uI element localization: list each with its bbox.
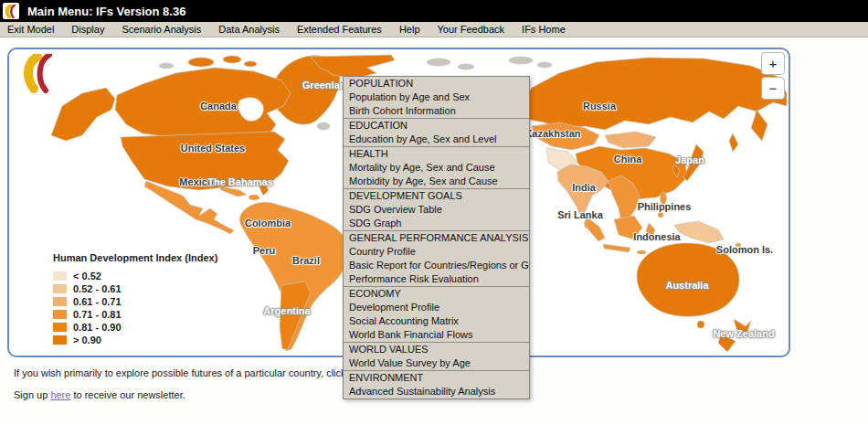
menu-item-world-bank-financial-flows[interactable]: World Bank Financial Flows bbox=[344, 328, 529, 342]
country-papua-new-guinea[interactable] bbox=[674, 221, 724, 243]
menu-section-development-goals: DEVELOPMENT GOALS bbox=[344, 189, 529, 203]
menu-item-development-profile[interactable]: Development Profile bbox=[344, 301, 529, 314]
country-solomon-1[interactable] bbox=[736, 243, 741, 247]
menu-item-sdg-overview-table[interactable]: SDG Overview Table bbox=[344, 203, 529, 217]
zoom-out-button[interactable]: − bbox=[761, 77, 785, 100]
menubar-item-scenario-analysis[interactable]: Scenario Analysis bbox=[122, 24, 201, 35]
country-canada-island-2[interactable] bbox=[223, 56, 241, 63]
menu-item-world-value-survey-by-age[interactable]: World Value Survey by Age bbox=[344, 356, 529, 370]
menu-section-general-performance-analysis: GENERAL PERFORMANCE ANALYSIS bbox=[344, 231, 529, 245]
menu-item-basic-report-for-countries-regions-or-groupings[interactable]: Basic Report for Countries/Regions or Gr… bbox=[344, 259, 529, 272]
zoom-in-button[interactable]: + bbox=[761, 52, 785, 75]
menu-item-birth-cohort-information[interactable]: Birth Cohort Information bbox=[344, 104, 529, 118]
country-indonesia-borneo[interactable] bbox=[614, 216, 642, 239]
newsletter-prefix: Sign up bbox=[14, 389, 50, 400]
menu-item-performance-risk-evaluation[interactable]: Performance Risk Evaluation bbox=[344, 272, 529, 286]
menu-section-health: HEALTH bbox=[344, 147, 529, 161]
country-australia[interactable] bbox=[637, 243, 739, 316]
newsletter-suffix: to receive our newsletter. bbox=[70, 389, 185, 400]
legend-swatch bbox=[53, 335, 67, 345]
legend-swatch bbox=[53, 284, 67, 293]
menubar-item-your-feedback[interactable]: Your Feedback bbox=[438, 24, 505, 35]
menubar-item-extended-features[interactable]: Extended Features bbox=[297, 24, 382, 35]
legend-row-0-71-0-81: 0.71 - 0.81 bbox=[53, 308, 217, 321]
menu-item-sdg-graph[interactable]: SDG Graph bbox=[344, 217, 529, 230]
menu-section-world-values: WORLD VALUES bbox=[344, 343, 529, 356]
newsletter-line: Sign up here to receive our newsletter. bbox=[14, 389, 185, 400]
country-russia[interactable] bbox=[519, 58, 787, 130]
legend-row-0-52-0-61: 0.52 - 0.61 bbox=[53, 282, 217, 295]
country-canada-alaska[interactable] bbox=[51, 88, 115, 141]
menubar-item-ifs-home[interactable]: IFs Home bbox=[522, 24, 566, 35]
menu-section-population: POPULATION bbox=[344, 77, 529, 90]
window-title: Main Menu: IFs Version 8.36 bbox=[27, 5, 185, 18]
country-russia-sakhalin[interactable] bbox=[729, 133, 738, 152]
ifs-map-logo bbox=[22, 54, 57, 94]
menu-item-country-profile[interactable]: Country Profile bbox=[344, 245, 529, 259]
legend-row-0-81-0-90: 0.81 - 0.90 bbox=[53, 321, 217, 334]
country-indonesia-java[interactable] bbox=[603, 244, 630, 252]
legend-swatch bbox=[53, 271, 67, 281]
country-philippines-1[interactable] bbox=[661, 192, 667, 205]
map-zoom-controls: + − bbox=[761, 52, 785, 100]
legend-label: 0.81 - 0.90 bbox=[73, 322, 122, 333]
legend-swatch bbox=[53, 323, 67, 332]
menu-bar: Exit ModelDisplayScenario AnalysisData A… bbox=[0, 22, 868, 37]
menu-item-advanced-sustainability-analysis[interactable]: Advanced Sustainability Analysis bbox=[344, 385, 529, 398]
country-philippines-2[interactable] bbox=[665, 205, 670, 212]
country-context-menu: POPULATIONPopulation by Age and SexBirth… bbox=[343, 76, 530, 399]
menubar-item-display[interactable]: Display bbox=[71, 24, 104, 35]
legend-swatch bbox=[53, 297, 67, 306]
menu-item-mortality-by-age-sex-and-cause[interactable]: Mortality by Age, Sex and Cause bbox=[344, 161, 529, 175]
legend-label: < 0.52 bbox=[73, 271, 101, 282]
menu-item-education-by-age-sex-and-level[interactable]: Education by Age, Sex and Level bbox=[344, 133, 529, 146]
country-indonesia-lesser-sunda[interactable] bbox=[637, 250, 646, 254]
country-russia-kamchatka[interactable] bbox=[751, 110, 767, 141]
main-menu-window: Main Menu: IFs Version 8.36 Exit ModelDi… bbox=[0, 0, 868, 425]
legend-swatch bbox=[53, 310, 67, 319]
country-canada-island-3[interactable] bbox=[244, 61, 257, 67]
legend-row-0-52: < 0.52 bbox=[53, 270, 217, 282]
country-new-zealand-south[interactable] bbox=[718, 335, 736, 352]
menu-section-economy: ECONOMY bbox=[344, 287, 529, 301]
country-hispaniola[interactable] bbox=[249, 195, 259, 200]
menu-item-morbidity-by-age-sex-and-cause[interactable]: Morbidity by Age, Sex and Cause bbox=[344, 175, 529, 188]
menubar-item-help[interactable]: Help bbox=[399, 24, 420, 35]
legend-row-0-61-0-71: 0.61 - 0.71 bbox=[53, 295, 217, 308]
menu-item-population-by-age-and-sex[interactable]: Population by Age and Sex bbox=[344, 90, 529, 104]
country-india[interactable] bbox=[557, 165, 609, 219]
country-indonesia-sumatra[interactable] bbox=[585, 216, 605, 241]
country-cuba[interactable] bbox=[219, 186, 247, 197]
country-mongolia[interactable] bbox=[605, 132, 656, 148]
menubar-item-data-analysis[interactable]: Data Analysis bbox=[218, 24, 280, 35]
country-japan[interactable] bbox=[683, 144, 704, 181]
country-bahamas[interactable] bbox=[241, 181, 246, 185]
ifs-logo-icon bbox=[3, 3, 19, 19]
legend-title: Human Development Index (Index) bbox=[53, 252, 217, 263]
legend-label: 0.71 - 0.81 bbox=[73, 309, 122, 320]
legend-row-0-90: > 0.90 bbox=[53, 334, 217, 346]
legend-label: > 0.90 bbox=[73, 335, 101, 345]
menu-item-social-accounting-matrix[interactable]: Social Accounting Matrix bbox=[344, 314, 529, 328]
legend-label: 0.61 - 0.71 bbox=[73, 296, 122, 307]
country-canada[interactable] bbox=[115, 68, 291, 139]
legend-label: 0.52 - 0.61 bbox=[73, 283, 122, 294]
menu-section-education: EDUCATION bbox=[344, 119, 529, 133]
menu-section-environment: ENVIRONMENT bbox=[344, 371, 529, 385]
menubar-item-exit-model[interactable]: Exit Model bbox=[7, 24, 54, 35]
title-bar: Main Menu: IFs Version 8.36 bbox=[0, 0, 868, 22]
country-solomon-2[interactable] bbox=[743, 248, 748, 251]
country-tasmania[interactable] bbox=[697, 321, 704, 328]
country-indonesia-sulawesi[interactable] bbox=[646, 223, 655, 240]
country-canada-island-1[interactable] bbox=[188, 58, 214, 67]
legend-rows: < 0.520.52 - 0.610.61 - 0.710.71 - 0.810… bbox=[53, 270, 217, 346]
newsletter-here-link[interactable]: here bbox=[50, 389, 70, 400]
country-philippines-3[interactable] bbox=[658, 212, 663, 218]
country-new-zealand-north[interactable] bbox=[734, 319, 751, 335]
hdi-legend: Human Development Index (Index) < 0.520.… bbox=[53, 252, 217, 346]
